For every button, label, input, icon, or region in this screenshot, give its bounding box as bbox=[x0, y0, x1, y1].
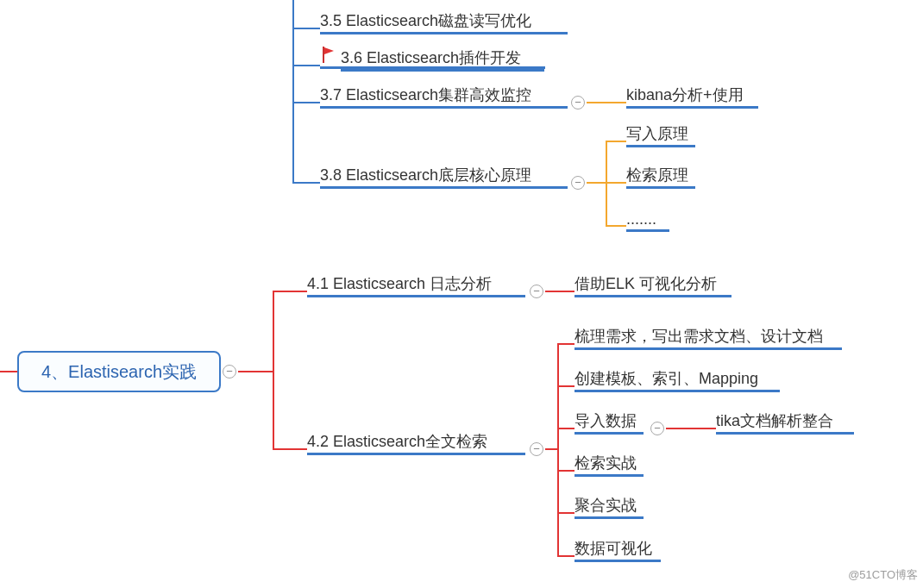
connector bbox=[292, 102, 320, 103]
node-label: 3.6 Elasticsearch插件开发 bbox=[341, 49, 521, 66]
node-label: 创建模板、索引、Mapping bbox=[575, 370, 758, 387]
connector bbox=[557, 555, 575, 557]
collapse-toggle[interactable] bbox=[223, 365, 236, 378]
collapse-toggle[interactable] bbox=[571, 96, 585, 109]
connector bbox=[292, 28, 320, 29]
node-4-2-child-6[interactable]: 数据可视化 bbox=[575, 538, 661, 559]
connector bbox=[606, 225, 626, 227]
node-4-2-child-3-sub[interactable]: tika文档解析整合 bbox=[716, 410, 854, 431]
connector bbox=[273, 448, 307, 450]
connector bbox=[320, 66, 545, 69]
watermark: @51CTO博客 bbox=[848, 567, 918, 583]
connector bbox=[292, 182, 320, 184]
connector bbox=[666, 428, 716, 429]
connector bbox=[557, 512, 575, 514]
node-label: 4.2 Elasticsearch全文检索 bbox=[307, 433, 487, 450]
node-3-8-child-1[interactable]: 写入原理 bbox=[626, 123, 695, 144]
node-4-2-child-1[interactable]: 梳理需求，写出需求文档、设计文档 bbox=[575, 326, 842, 347]
node-4-2-child-5[interactable]: 聚合实战 bbox=[575, 495, 644, 516]
svg-rect-0 bbox=[323, 47, 324, 63]
connector bbox=[557, 343, 559, 557]
node-3-8[interactable]: 3.8 Elasticsearch底层核心原理 bbox=[320, 165, 568, 185]
connector bbox=[0, 371, 17, 372]
node-label: 借助ELK 可视化分析 bbox=[575, 275, 717, 292]
node-3-8-child-3[interactable]: ....... bbox=[626, 210, 669, 228]
connector bbox=[273, 291, 307, 292]
connector bbox=[587, 102, 626, 103]
node-label: 数据可视化 bbox=[575, 540, 652, 557]
node-3-8-child-2[interactable]: 检索原理 bbox=[626, 165, 695, 185]
connector bbox=[587, 182, 606, 184]
node-3-5[interactable]: 3.5 Elasticsearch磁盘读写优化 bbox=[320, 10, 568, 31]
node-label: 检索实战 bbox=[575, 454, 637, 472]
collapse-toggle[interactable] bbox=[650, 422, 664, 435]
node-label: ....... bbox=[626, 210, 656, 228]
node-label: 写入原理 bbox=[626, 125, 688, 142]
node-4-2-child-4[interactable]: 检索实战 bbox=[575, 453, 644, 473]
node-label: 3.8 Elasticsearch底层核心原理 bbox=[320, 166, 531, 184]
connector bbox=[557, 470, 575, 472]
connector bbox=[545, 448, 557, 450]
node-3-7[interactable]: 3.7 Elasticsearch集群高效监控 bbox=[320, 84, 568, 105]
node-4-1-child[interactable]: 借助ELK 可视化分析 bbox=[575, 273, 731, 294]
node-3-7-child[interactable]: kibana分析+使用 bbox=[626, 84, 758, 105]
node-3-6[interactable]: 3.6 Elasticsearch插件开发 bbox=[341, 47, 544, 68]
root-label: 4、Elastisearch实践 bbox=[41, 360, 197, 384]
node-label: 4.1 Elasticsearch 日志分析 bbox=[307, 275, 492, 292]
collapse-toggle[interactable] bbox=[571, 176, 585, 190]
connector bbox=[557, 428, 575, 429]
node-4-2-child-2[interactable]: 创建模板、索引、Mapping bbox=[575, 368, 780, 389]
collapse-toggle[interactable] bbox=[530, 285, 543, 298]
root-node[interactable]: 4、Elastisearch实践 bbox=[17, 351, 221, 392]
node-label: 梳理需求，写出需求文档、设计文档 bbox=[575, 328, 823, 345]
connector bbox=[606, 141, 626, 142]
node-label: 3.5 Elasticsearch磁盘读写优化 bbox=[320, 12, 531, 29]
connector bbox=[238, 371, 273, 372]
connector bbox=[606, 182, 626, 184]
node-label: 检索原理 bbox=[626, 166, 688, 184]
node-label: 聚合实战 bbox=[575, 497, 637, 514]
connector bbox=[545, 291, 575, 292]
node-label: 导入数据 bbox=[575, 412, 637, 429]
node-4-1[interactable]: 4.1 Elasticsearch 日志分析 bbox=[307, 273, 525, 294]
connector bbox=[557, 385, 575, 387]
connector bbox=[292, 65, 320, 66]
connector bbox=[273, 291, 274, 450]
node-4-2[interactable]: 4.2 Elasticsearch全文检索 bbox=[307, 431, 525, 452]
node-label: kibana分析+使用 bbox=[626, 86, 744, 103]
connector bbox=[606, 141, 607, 227]
node-label: tika文档解析整合 bbox=[716, 412, 833, 429]
collapse-toggle[interactable] bbox=[530, 442, 543, 456]
node-label: 3.7 Elasticsearch集群高效监控 bbox=[320, 86, 531, 103]
mindmap-canvas: 4、Elastisearch实践 3.5 Elasticsearch磁盘读写优化… bbox=[0, 0, 923, 588]
connector bbox=[557, 343, 575, 345]
node-4-2-child-3[interactable]: 导入数据 bbox=[575, 410, 644, 431]
